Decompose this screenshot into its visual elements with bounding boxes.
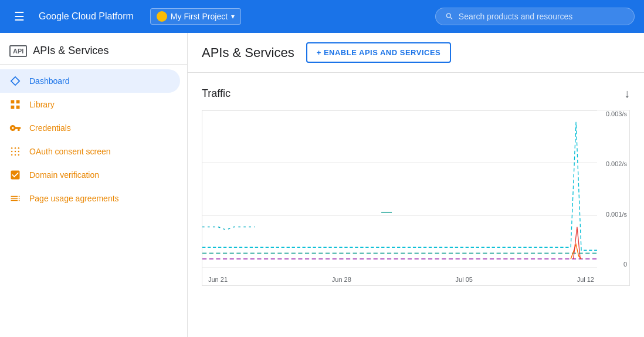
- project-dot-icon: [157, 11, 167, 22]
- sidebar-item-label: OAuth consent screen: [29, 147, 111, 156]
- search-bar[interactable]: [435, 8, 635, 25]
- page-body: API APIs & Services Dashboard Library Cr…: [0, 33, 644, 337]
- y-label-mid: 0.002/s: [606, 160, 627, 167]
- main-content: APIs & Services + ENABLE APIS AND SERVIC…: [188, 33, 644, 337]
- checkbox-icon: [9, 169, 21, 181]
- top-navigation: ☰ Google Cloud Platform My First Project…: [0, 0, 644, 33]
- sidebar-title: APIs & Services: [33, 45, 109, 57]
- project-name: My First Project: [171, 12, 228, 21]
- search-input[interactable]: [459, 12, 625, 21]
- chevron-down-icon: ▾: [231, 12, 235, 21]
- svg-point-1: [15, 147, 16, 149]
- sidebar-item-oauth[interactable]: OAuth consent screen: [0, 140, 180, 163]
- sidebar-item-page-usage[interactable]: Page usage agreements: [0, 187, 180, 210]
- sidebar-item-label: Dashboard: [29, 76, 70, 86]
- chart-section: Traffic ↓ 0.003/s 0.002/s 0.001/s 0: [188, 73, 644, 300]
- sidebar-item-credentials[interactable]: Credentials: [0, 116, 180, 140]
- y-label-top: 0.003/s: [606, 110, 627, 117]
- api-badge: API: [9, 45, 27, 57]
- svg-point-3: [11, 151, 13, 153]
- enable-apis-button[interactable]: + ENABLE APIS AND SERVICES: [306, 42, 452, 63]
- chart-x-labels: Jun 21 Jun 28 Jul 05 Jul 12: [208, 276, 594, 283]
- page-title: APIs & Services: [202, 45, 294, 60]
- dots-grid-icon: [9, 146, 21, 157]
- chart-y-labels: 0.003/s 0.002/s 0.001/s 0: [597, 110, 629, 268]
- x-label-jul12: Jul 12: [577, 276, 594, 283]
- hamburger-menu-icon[interactable]: ☰: [9, 5, 29, 28]
- sidebar-item-dashboard[interactable]: Dashboard: [0, 69, 180, 93]
- x-label-jun28: Jun 28: [332, 276, 351, 283]
- search-icon: [445, 12, 454, 21]
- main-header: APIs & Services + ENABLE APIS AND SERVIC…: [188, 33, 644, 73]
- svg-point-4: [15, 151, 16, 153]
- key-icon: [9, 122, 21, 134]
- sidebar-item-domain[interactable]: Domain verification: [0, 163, 180, 187]
- x-label-jun21: Jun 21: [208, 276, 228, 283]
- chart-title: Traffic: [202, 87, 231, 100]
- diamond-icon: [9, 75, 21, 87]
- y-label-low: 0.001/s: [606, 211, 627, 218]
- x-label-jul05: Jul 05: [456, 276, 473, 283]
- chart-header: Traffic ↓: [202, 87, 630, 100]
- sidebar-item-library[interactable]: Library: [0, 93, 180, 116]
- sidebar-item-label: Domain verification: [29, 170, 99, 180]
- grid-icon: [9, 99, 21, 110]
- sidebar-item-label: Library: [29, 100, 55, 109]
- gcp-logo-text: Google Cloud Platform: [39, 11, 134, 22]
- download-icon[interactable]: ↓: [624, 87, 630, 100]
- sidebar: API APIs & Services Dashboard Library Cr…: [0, 33, 188, 337]
- svg-point-2: [18, 147, 20, 149]
- chart-plot-area: [202, 110, 597, 268]
- sidebar-item-label: Credentials: [29, 123, 71, 133]
- svg-point-6: [11, 154, 13, 156]
- chart-svg: [202, 110, 597, 268]
- project-selector[interactable]: My First Project ▾: [150, 8, 241, 25]
- settings-list-icon: [9, 193, 21, 204]
- y-label-zero: 0: [623, 261, 627, 268]
- chart-container: 0.003/s 0.002/s 0.001/s 0: [202, 110, 630, 286]
- svg-point-7: [15, 154, 16, 156]
- svg-point-8: [18, 154, 20, 156]
- svg-point-0: [11, 147, 13, 149]
- svg-point-5: [18, 151, 20, 153]
- sidebar-header: API APIs & Services: [0, 38, 187, 65]
- sidebar-item-label: Page usage agreements: [29, 194, 119, 203]
